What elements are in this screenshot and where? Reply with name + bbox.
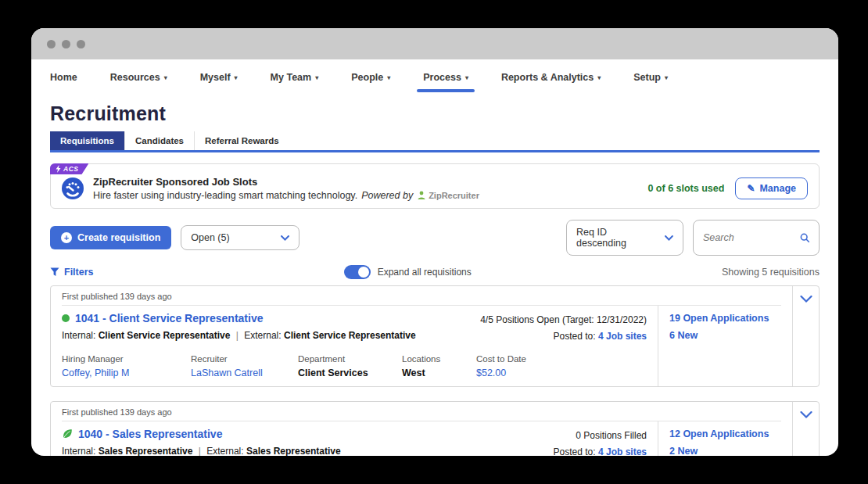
ziprecruiter-logo-text: ZipRecruiter [429, 191, 479, 200]
search-icon[interactable] [800, 232, 809, 243]
ziprecruiter-banner: ACS ZipRecruiter Sponsored Job Slots Hir… [50, 163, 820, 209]
leaf-icon [62, 428, 73, 439]
filters-button[interactable]: Filters [50, 267, 94, 278]
nav-item-setup[interactable]: Setup ▾ [633, 59, 668, 95]
banner-text: ZipRecruiter Sponsored Job Slots Hire fa… [93, 176, 479, 201]
status-filter-select[interactable]: Open (5) [181, 225, 299, 250]
tab-requisitions[interactable]: Requisitions [50, 131, 124, 150]
nav-label: My Team [271, 72, 312, 83]
job-sites-link[interactable]: 4 Job sites [598, 446, 647, 456]
posted-to-label: Posted to: [554, 446, 596, 456]
chevron-down-icon [800, 411, 812, 419]
search-box [693, 220, 820, 256]
search-input[interactable] [703, 232, 795, 243]
recruiter-link[interactable]: LaShawn Catrell [191, 367, 290, 378]
field-department: Department Client Services [298, 354, 402, 378]
external-value: Sales Representative [246, 446, 341, 456]
requisition-title-text: 1040 - Sales Representative [78, 428, 222, 440]
nav-item-reports-analytics[interactable]: Reports & Analytics ▾ [501, 59, 601, 95]
positions-block: 4/5 Positions Open (Target: 12/31/2022) … [480, 312, 647, 345]
window-control-dot[interactable] [47, 40, 56, 48]
published-text: First published 139 days ago [62, 286, 781, 306]
nav-label: People [351, 72, 383, 83]
external-value: Client Service Representative [284, 330, 416, 341]
field-locations: Locations West [402, 354, 476, 378]
department-value: Client Services [298, 367, 394, 378]
status-filter-value: Open (5) [191, 232, 229, 243]
nav-item-process[interactable]: Process ▾ [423, 59, 468, 95]
card-collapse-chevron[interactable] [792, 286, 819, 386]
hiring-manager-link[interactable]: Coffey, Philip M [62, 367, 183, 378]
banner-subtitle: Hire faster using industry-leading smart… [93, 190, 479, 201]
open-applications-link[interactable]: 19 Open Applications [669, 313, 786, 324]
card-main: 1041 - Client Service Representative Int… [51, 306, 658, 386]
job-sites-link[interactable]: 4 Job sites [598, 331, 647, 342]
acs-badge: ACS [50, 163, 88, 174]
external-label: External: [206, 446, 243, 456]
new-applications-link[interactable]: 2 New [669, 446, 786, 456]
filters-label: Filters [64, 267, 94, 278]
nav-item-resources[interactable]: Resources ▾ [110, 59, 167, 95]
open-applications-link[interactable]: 12 Open Applications [669, 428, 786, 439]
gauge-icon [62, 177, 84, 199]
internal-label: Internal: [62, 330, 95, 341]
card-content: First published 139 days ago 1040 - S [51, 402, 792, 456]
requisition-card-1041: First published 139 days ago 1041 - Clie… [50, 285, 820, 387]
slots-used-text: 0 of 6 slots used [647, 183, 724, 194]
req-title-block: 1040 - Sales Representative Internal: Sa… [62, 428, 341, 456]
requisition-title-link[interactable]: 1041 - Client Service Representative [62, 312, 416, 324]
expand-toggle-label: Expand all requisitions [378, 267, 472, 278]
nav-label: Reports & Analytics [501, 72, 594, 83]
internal-external-meta: Internal: Sales Representative | Externa… [62, 446, 341, 456]
internal-value: Sales Representative [99, 446, 193, 456]
chevron-down-icon: ▾ [465, 74, 468, 81]
lightning-icon [56, 165, 61, 173]
field-label: Recruiter [191, 354, 290, 364]
nav-item-people[interactable]: People ▾ [351, 59, 390, 95]
nav-item-my-team[interactable]: My Team ▾ [271, 59, 319, 95]
nav-label: Resources [110, 72, 160, 83]
showing-count-text: Showing 5 requisitions [722, 267, 820, 278]
window-control-dot[interactable] [62, 40, 70, 48]
expand-toggle-group: Expand all requisitions [344, 265, 472, 279]
sort-select-value: Req ID descending [576, 227, 658, 249]
ziprecruiter-logo: ZipRecruiter [417, 191, 479, 200]
positions-block: 0 Positions Filled Posted to: 4 Job site… [554, 428, 647, 456]
posted-to-label: Posted to: [554, 331, 596, 342]
requisition-title-text: 1041 - Client Service Representative [75, 312, 263, 324]
banner-subtitle-text: Hire faster using industry-leading smart… [93, 190, 357, 201]
manage-button[interactable]: ✎ Manage [735, 177, 808, 199]
chevron-down-icon [281, 235, 289, 241]
tab-underline [50, 150, 820, 152]
new-applications-link[interactable]: 6 New [669, 330, 786, 341]
tab-referral-rewards[interactable]: Referral Rewards [194, 131, 289, 150]
tab-candidates[interactable]: Candidates [124, 131, 194, 150]
requisition-title-link[interactable]: 1040 - Sales Representative [62, 428, 341, 440]
create-requisition-label: Create requisition [77, 232, 160, 243]
card-collapse-chevron[interactable] [792, 402, 819, 456]
chevron-down-icon: ▾ [235, 74, 238, 81]
sort-select[interactable]: Req ID descending [566, 220, 683, 256]
manage-button-label: Manage [759, 183, 796, 194]
card-content: First published 139 days ago 1041 - Clie… [51, 286, 792, 386]
cost-to-date-link[interactable]: $52.00 [476, 367, 526, 378]
internal-value: Client Service Representative [99, 330, 231, 341]
internal-label: Internal: [62, 446, 95, 456]
create-requisition-button[interactable]: + Create requisition [50, 226, 171, 249]
external-label: External: [244, 330, 281, 341]
expand-all-toggle[interactable] [344, 265, 371, 279]
filter-row: Filters Expand all requisitions Showing … [50, 265, 820, 279]
field-label: Department [298, 354, 394, 364]
internal-external-meta: Internal: Client Service Representative … [62, 330, 416, 341]
window-control-dot[interactable] [77, 40, 85, 48]
nav-item-myself[interactable]: Myself ▾ [200, 59, 238, 95]
tab-bar: Requisitions Candidates Referral Rewards [50, 131, 820, 150]
field-label: Locations [402, 354, 468, 364]
positions-filled-text: 0 Positions Filled [554, 428, 647, 444]
powered-by-text: Powered by [361, 190, 413, 201]
nav-item-home[interactable]: Home [50, 59, 77, 95]
banner-right: 0 of 6 slots used ✎ Manage [647, 177, 808, 199]
req-title-block: 1041 - Client Service Representative Int… [62, 312, 416, 345]
field-label: Cost to Date [476, 354, 526, 364]
plus-circle-icon: + [61, 232, 72, 243]
